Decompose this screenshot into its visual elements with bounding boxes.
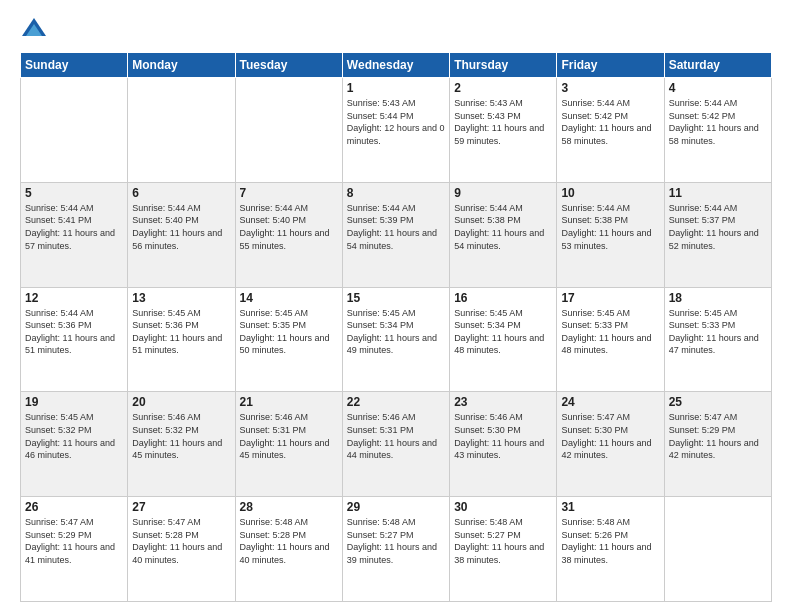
day-info: Sunrise: 5:47 AMSunset: 5:29 PMDaylight:…	[669, 411, 767, 461]
calendar-cell: 3Sunrise: 5:44 AMSunset: 5:42 PMDaylight…	[557, 78, 664, 183]
day-info: Sunrise: 5:45 AMSunset: 5:32 PMDaylight:…	[25, 411, 123, 461]
day-info: Sunrise: 5:47 AMSunset: 5:28 PMDaylight:…	[132, 516, 230, 566]
day-number: 5	[25, 186, 123, 200]
day-info: Sunrise: 5:48 AMSunset: 5:26 PMDaylight:…	[561, 516, 659, 566]
day-number: 12	[25, 291, 123, 305]
calendar-cell: 31Sunrise: 5:48 AMSunset: 5:26 PMDayligh…	[557, 497, 664, 602]
day-info: Sunrise: 5:44 AMSunset: 5:40 PMDaylight:…	[240, 202, 338, 252]
day-number: 2	[454, 81, 552, 95]
day-info: Sunrise: 5:44 AMSunset: 5:42 PMDaylight:…	[669, 97, 767, 147]
day-number: 18	[669, 291, 767, 305]
calendar-cell: 6Sunrise: 5:44 AMSunset: 5:40 PMDaylight…	[128, 182, 235, 287]
calendar-cell: 10Sunrise: 5:44 AMSunset: 5:38 PMDayligh…	[557, 182, 664, 287]
day-number: 8	[347, 186, 445, 200]
day-number: 10	[561, 186, 659, 200]
day-number: 25	[669, 395, 767, 409]
day-info: Sunrise: 5:47 AMSunset: 5:29 PMDaylight:…	[25, 516, 123, 566]
calendar-cell: 18Sunrise: 5:45 AMSunset: 5:33 PMDayligh…	[664, 287, 771, 392]
day-number: 27	[132, 500, 230, 514]
calendar-cell: 8Sunrise: 5:44 AMSunset: 5:39 PMDaylight…	[342, 182, 449, 287]
day-number: 7	[240, 186, 338, 200]
day-number: 4	[669, 81, 767, 95]
calendar-cell: 25Sunrise: 5:47 AMSunset: 5:29 PMDayligh…	[664, 392, 771, 497]
day-number: 14	[240, 291, 338, 305]
day-info: Sunrise: 5:48 AMSunset: 5:27 PMDaylight:…	[454, 516, 552, 566]
calendar-week-row: 5Sunrise: 5:44 AMSunset: 5:41 PMDaylight…	[21, 182, 772, 287]
day-number: 1	[347, 81, 445, 95]
calendar-cell: 2Sunrise: 5:43 AMSunset: 5:43 PMDaylight…	[450, 78, 557, 183]
day-number: 24	[561, 395, 659, 409]
calendar-cell: 26Sunrise: 5:47 AMSunset: 5:29 PMDayligh…	[21, 497, 128, 602]
calendar-cell: 28Sunrise: 5:48 AMSunset: 5:28 PMDayligh…	[235, 497, 342, 602]
day-info: Sunrise: 5:46 AMSunset: 5:31 PMDaylight:…	[347, 411, 445, 461]
logo-icon	[20, 16, 48, 44]
calendar-cell: 12Sunrise: 5:44 AMSunset: 5:36 PMDayligh…	[21, 287, 128, 392]
calendar-cell: 14Sunrise: 5:45 AMSunset: 5:35 PMDayligh…	[235, 287, 342, 392]
calendar-page: SundayMondayTuesdayWednesdayThursdayFrid…	[0, 0, 792, 612]
calendar-cell: 13Sunrise: 5:45 AMSunset: 5:36 PMDayligh…	[128, 287, 235, 392]
day-info: Sunrise: 5:45 AMSunset: 5:33 PMDaylight:…	[561, 307, 659, 357]
weekday-header: Tuesday	[235, 53, 342, 78]
day-info: Sunrise: 5:45 AMSunset: 5:34 PMDaylight:…	[347, 307, 445, 357]
day-number: 31	[561, 500, 659, 514]
weekday-header: Sunday	[21, 53, 128, 78]
day-info: Sunrise: 5:44 AMSunset: 5:41 PMDaylight:…	[25, 202, 123, 252]
calendar-week-row: 1Sunrise: 5:43 AMSunset: 5:44 PMDaylight…	[21, 78, 772, 183]
calendar-week-row: 26Sunrise: 5:47 AMSunset: 5:29 PMDayligh…	[21, 497, 772, 602]
weekday-header: Saturday	[664, 53, 771, 78]
weekday-header: Monday	[128, 53, 235, 78]
calendar-cell: 15Sunrise: 5:45 AMSunset: 5:34 PMDayligh…	[342, 287, 449, 392]
calendar-cell: 27Sunrise: 5:47 AMSunset: 5:28 PMDayligh…	[128, 497, 235, 602]
day-info: Sunrise: 5:44 AMSunset: 5:38 PMDaylight:…	[454, 202, 552, 252]
calendar-cell: 20Sunrise: 5:46 AMSunset: 5:32 PMDayligh…	[128, 392, 235, 497]
day-info: Sunrise: 5:44 AMSunset: 5:36 PMDaylight:…	[25, 307, 123, 357]
calendar-cell: 19Sunrise: 5:45 AMSunset: 5:32 PMDayligh…	[21, 392, 128, 497]
day-info: Sunrise: 5:48 AMSunset: 5:28 PMDaylight:…	[240, 516, 338, 566]
day-number: 11	[669, 186, 767, 200]
calendar-cell: 21Sunrise: 5:46 AMSunset: 5:31 PMDayligh…	[235, 392, 342, 497]
day-number: 15	[347, 291, 445, 305]
day-info: Sunrise: 5:46 AMSunset: 5:31 PMDaylight:…	[240, 411, 338, 461]
day-number: 29	[347, 500, 445, 514]
day-number: 6	[132, 186, 230, 200]
calendar-table: SundayMondayTuesdayWednesdayThursdayFrid…	[20, 52, 772, 602]
day-number: 21	[240, 395, 338, 409]
calendar-cell	[21, 78, 128, 183]
day-number: 28	[240, 500, 338, 514]
day-info: Sunrise: 5:45 AMSunset: 5:33 PMDaylight:…	[669, 307, 767, 357]
day-info: Sunrise: 5:46 AMSunset: 5:32 PMDaylight:…	[132, 411, 230, 461]
day-info: Sunrise: 5:46 AMSunset: 5:30 PMDaylight:…	[454, 411, 552, 461]
day-number: 19	[25, 395, 123, 409]
calendar-cell: 16Sunrise: 5:45 AMSunset: 5:34 PMDayligh…	[450, 287, 557, 392]
day-info: Sunrise: 5:44 AMSunset: 5:42 PMDaylight:…	[561, 97, 659, 147]
calendar-cell: 29Sunrise: 5:48 AMSunset: 5:27 PMDayligh…	[342, 497, 449, 602]
calendar-cell: 24Sunrise: 5:47 AMSunset: 5:30 PMDayligh…	[557, 392, 664, 497]
calendar-cell: 30Sunrise: 5:48 AMSunset: 5:27 PMDayligh…	[450, 497, 557, 602]
day-info: Sunrise: 5:43 AMSunset: 5:43 PMDaylight:…	[454, 97, 552, 147]
calendar-cell: 17Sunrise: 5:45 AMSunset: 5:33 PMDayligh…	[557, 287, 664, 392]
day-number: 30	[454, 500, 552, 514]
day-info: Sunrise: 5:44 AMSunset: 5:40 PMDaylight:…	[132, 202, 230, 252]
day-info: Sunrise: 5:44 AMSunset: 5:38 PMDaylight:…	[561, 202, 659, 252]
day-info: Sunrise: 5:48 AMSunset: 5:27 PMDaylight:…	[347, 516, 445, 566]
day-info: Sunrise: 5:43 AMSunset: 5:44 PMDaylight:…	[347, 97, 445, 147]
day-info: Sunrise: 5:45 AMSunset: 5:36 PMDaylight:…	[132, 307, 230, 357]
logo	[20, 16, 52, 44]
calendar-cell	[128, 78, 235, 183]
weekday-header: Thursday	[450, 53, 557, 78]
calendar-cell	[664, 497, 771, 602]
day-number: 22	[347, 395, 445, 409]
calendar-cell: 22Sunrise: 5:46 AMSunset: 5:31 PMDayligh…	[342, 392, 449, 497]
calendar-week-row: 19Sunrise: 5:45 AMSunset: 5:32 PMDayligh…	[21, 392, 772, 497]
day-info: Sunrise: 5:45 AMSunset: 5:35 PMDaylight:…	[240, 307, 338, 357]
day-info: Sunrise: 5:47 AMSunset: 5:30 PMDaylight:…	[561, 411, 659, 461]
calendar-cell: 1Sunrise: 5:43 AMSunset: 5:44 PMDaylight…	[342, 78, 449, 183]
day-info: Sunrise: 5:44 AMSunset: 5:39 PMDaylight:…	[347, 202, 445, 252]
day-number: 20	[132, 395, 230, 409]
day-number: 3	[561, 81, 659, 95]
calendar-cell: 7Sunrise: 5:44 AMSunset: 5:40 PMDaylight…	[235, 182, 342, 287]
calendar-week-row: 12Sunrise: 5:44 AMSunset: 5:36 PMDayligh…	[21, 287, 772, 392]
day-number: 23	[454, 395, 552, 409]
calendar-cell: 9Sunrise: 5:44 AMSunset: 5:38 PMDaylight…	[450, 182, 557, 287]
calendar-cell: 5Sunrise: 5:44 AMSunset: 5:41 PMDaylight…	[21, 182, 128, 287]
